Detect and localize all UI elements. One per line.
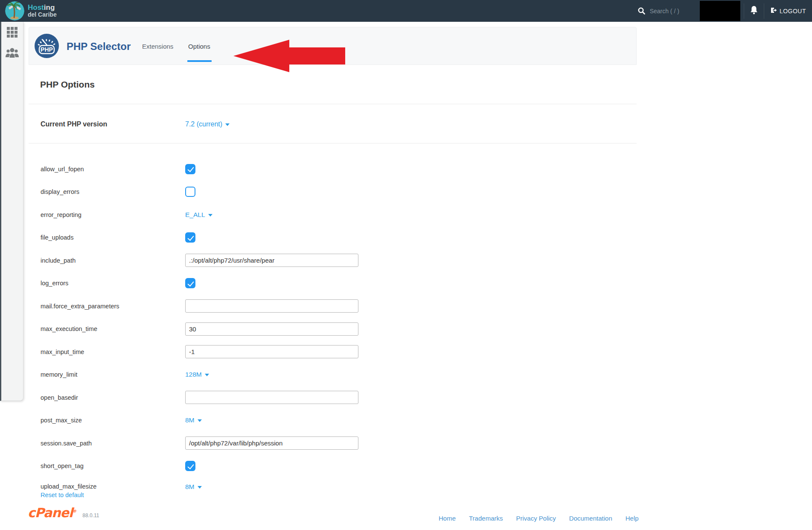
option-row-session.save_path: session.save_path	[29, 432, 637, 455]
brand-word1-rest: ing	[44, 3, 55, 12]
cpanel-logo: cPanel®	[28, 507, 76, 519]
option-label: display_errors	[41, 188, 185, 195]
current-php-version-label: Current PHP version	[41, 120, 185, 128]
display_errors-checkbox[interactable]	[185, 187, 195, 197]
open_basedir-input[interactable]	[185, 391, 358, 404]
footer-link-trademarks[interactable]: Trademarks	[469, 515, 503, 522]
php-selector-options-page: Hosting del Caribe Search ( / )	[0, 0, 812, 530]
allow_url_fopen-checkbox[interactable]	[185, 164, 195, 174]
upload_max_filesize-value: 8M	[185, 483, 195, 491]
section-heading: PHP Options	[40, 79, 95, 90]
logout-button[interactable]: LOGOUT	[764, 7, 812, 15]
footer-link-privacy-policy[interactable]: Privacy Policy	[516, 515, 556, 522]
option-label: upload_max_filesize Reset to default	[41, 483, 185, 498]
brand-logo[interactable]: Hosting del Caribe	[0, 1, 57, 20]
sidebar-item-apps[interactable]	[7, 27, 17, 38]
chevron-down-icon	[198, 486, 202, 489]
logout-label: LOGOUT	[780, 8, 806, 15]
tab-extensions[interactable]: Extensions	[142, 27, 173, 65]
search-placeholder: Search ( / )	[650, 8, 679, 15]
grid-icon	[7, 27, 17, 38]
redacted-username	[700, 1, 740, 21]
option-label: log_errors	[41, 280, 185, 287]
include_path-input[interactable]	[185, 254, 358, 267]
short_open_tag-checkbox[interactable]	[185, 461, 195, 471]
option-label: memory_limit	[41, 371, 185, 378]
page-title: PHP Selector	[67, 27, 131, 65]
session.save_path-input[interactable]	[185, 436, 358, 450]
chevron-down-icon	[198, 419, 202, 422]
option-row-max_input_time: max_input_time	[29, 340, 637, 363]
logout-icon	[770, 7, 777, 15]
upload_max_filesize-dropdown[interactable]: 8M	[185, 483, 202, 491]
php-version-value: 7.2 (current)	[185, 120, 222, 128]
search-input[interactable]: Search ( / )	[637, 7, 679, 15]
memory_limit-dropdown[interactable]: 128M	[185, 371, 209, 378]
footer-link-home[interactable]: Home	[439, 515, 456, 522]
option-label: max_input_time	[41, 348, 185, 355]
bell-icon	[749, 5, 759, 17]
option-label: post_max_size	[41, 417, 185, 424]
option-label: max_execution_time	[41, 325, 185, 332]
option-label: allow_url_fopen	[41, 166, 185, 173]
option-row-mail.force_extra_parameters: mail.force_extra_parameters	[29, 295, 637, 318]
red-left-arrow-annotation	[233, 39, 346, 73]
option-row-upload_max_filesize: upload_max_filesize Reset to default 8M	[29, 477, 637, 501]
active-tab-indicator	[187, 60, 212, 62]
option-row-open_basedir: open_basedir	[29, 386, 637, 409]
sidebar-item-users[interactable]	[6, 47, 19, 59]
reset-to-default-link[interactable]: Reset to default	[41, 492, 185, 498]
tab-options[interactable]: Options	[188, 27, 210, 65]
option-label: open_basedir	[41, 394, 185, 401]
option-label: mail.force_extra_parameters	[41, 303, 185, 310]
chevron-down-icon	[205, 374, 209, 376]
option-row-file_uploads: file_uploads	[29, 226, 637, 249]
post_max_size-dropdown[interactable]: 8M	[185, 416, 202, 424]
error_reporting-value: E_ALL	[185, 211, 205, 219]
php-options-form: allow_url_fopen display_errors error_rep…	[29, 158, 637, 501]
option-row-log_errors: log_errors	[29, 272, 637, 295]
error_reporting-dropdown[interactable]: E_ALL	[185, 211, 212, 219]
brand-word1-accent: Host	[28, 3, 44, 12]
svg-text:PHP: PHP	[41, 46, 53, 53]
left-sidebar	[0, 22, 23, 401]
current-php-version-row: Current PHP version 7.2 (current)	[29, 114, 637, 134]
chevron-down-icon	[225, 123, 230, 126]
notifications-button[interactable]	[744, 5, 764, 17]
php-version-dropdown[interactable]: 7.2 (current)	[185, 120, 230, 128]
palm-tree-icon	[5, 1, 24, 20]
option-row-display_errors: display_errors	[29, 181, 637, 204]
cpanel-branding: cPanel® 88.0.11	[28, 507, 99, 519]
file_uploads-checkbox[interactable]	[185, 232, 195, 243]
brand-name: Hosting del Caribe	[28, 4, 57, 18]
option-row-memory_limit: memory_limit 128M	[29, 363, 637, 387]
brand-word2: del Caribe	[28, 12, 57, 18]
log_errors-checkbox[interactable]	[185, 278, 195, 288]
cpanel-version: 88.0.11	[82, 512, 99, 519]
footer-links: Home Trademarks Privacy Policy Documenta…	[439, 515, 639, 522]
chevron-down-icon	[208, 214, 212, 217]
divider	[29, 143, 637, 143]
option-label: include_path	[41, 257, 185, 264]
option-label: file_uploads	[41, 234, 185, 241]
max_input_time-input[interactable]	[185, 345, 358, 358]
search-icon	[637, 7, 646, 15]
users-icon	[6, 47, 19, 59]
upload_max_filesize-label: upload_max_filesize	[41, 483, 185, 490]
option-row-max_execution_time: max_execution_time	[29, 318, 637, 341]
mail.force_extra_parameters-input[interactable]	[185, 299, 358, 313]
option-label: short_open_tag	[41, 463, 185, 469]
post_max_size-value: 8M	[185, 416, 195, 424]
footer-link-documentation[interactable]: Documentation	[569, 515, 612, 522]
option-row-post_max_size: post_max_size 8M	[29, 409, 637, 432]
option-row-allow_url_fopen: allow_url_fopen	[29, 158, 637, 181]
footer-link-help[interactable]: Help	[626, 515, 639, 522]
option-row-include_path: include_path	[29, 249, 637, 272]
option-row-error_reporting: error_reporting E_ALL	[29, 203, 637, 226]
option-label: error_reporting	[41, 211, 185, 218]
option-row-short_open_tag: short_open_tag	[29, 455, 637, 478]
divider	[29, 104, 637, 104]
max_execution_time-input[interactable]	[185, 322, 358, 336]
top-navbar: Hosting del Caribe Search ( / )	[0, 0, 812, 22]
memory_limit-value: 128M	[185, 371, 202, 378]
